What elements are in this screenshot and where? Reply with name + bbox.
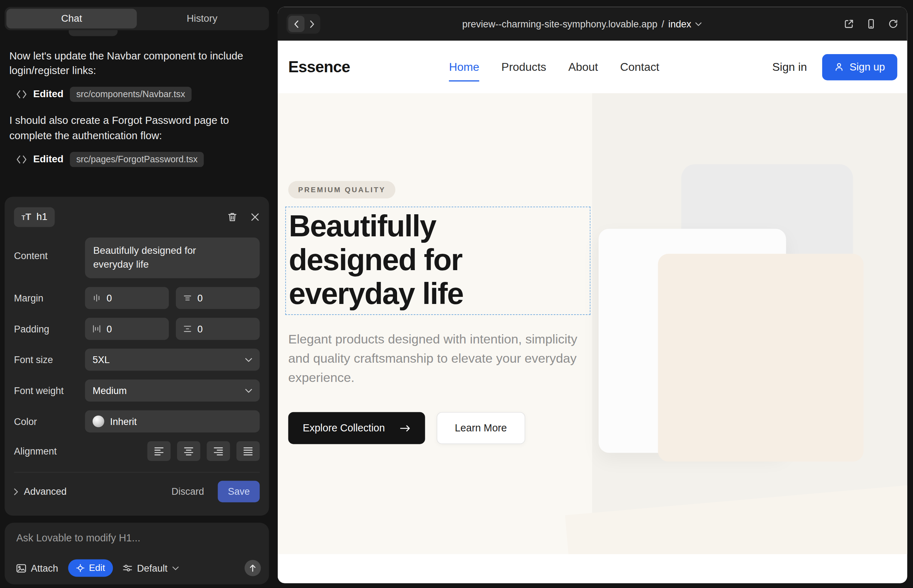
nav-link-contact[interactable]: Contact (620, 60, 659, 74)
chevron-right-icon (306, 20, 318, 27)
margin-vertical-icon (183, 294, 191, 302)
nav-link-products[interactable]: Products (501, 60, 546, 74)
margin-horizontal-icon (92, 294, 101, 302)
chevron-down-icon (245, 388, 252, 392)
chat-history-tabs: Chat History (5, 7, 269, 30)
premium-quality-badge: PREMIUM QUALITY (288, 181, 395, 199)
chrome-actions (843, 18, 898, 29)
nav-auth-actions: Sign in Sign up (772, 54, 897, 80)
align-right-button[interactable] (207, 441, 230, 461)
color-select[interactable]: Inherit (85, 410, 260, 433)
sliders-icon (123, 564, 133, 572)
edit-target-icon (76, 564, 84, 572)
open-external-button[interactable] (843, 18, 854, 29)
learn-more-button[interactable]: Learn More (437, 412, 525, 444)
inspector-footer: Advanced Discard Save (14, 472, 260, 502)
attach-button[interactable]: Attach (16, 562, 58, 573)
selected-element-pill[interactable]: TT h1 (14, 207, 55, 227)
user-icon (834, 62, 843, 71)
composer-toolbar: Attach Edit Default (16, 559, 261, 577)
edited-file-row[interactable]: Edited src/components/Navbar.tsx (16, 87, 274, 102)
explore-collection-button[interactable]: Explore Collection (288, 412, 425, 444)
edited-label: Edited (33, 89, 63, 100)
code-preview-toggle[interactable] (287, 14, 321, 34)
code-icon (16, 90, 27, 99)
chevron-down-icon (172, 566, 178, 570)
align-center-button[interactable] (177, 441, 200, 461)
nav-link-about[interactable]: About (568, 60, 598, 74)
chat-message: I should also create a Forgot Password p… (9, 113, 274, 143)
inspector-actions (227, 212, 260, 222)
chevron-left-icon (288, 16, 304, 32)
hero-headline[interactable]: Beautifully designed for everyday life (286, 207, 490, 310)
send-button[interactable] (244, 560, 261, 576)
discard-button[interactable]: Discard (171, 486, 204, 497)
padding-horizontal-icon (92, 325, 101, 333)
site-navbar: Essence Home Products About Contact Sign… (278, 40, 907, 93)
preview-window: preview--charming-site-symphony.lovable.… (278, 7, 907, 583)
margin-row: Margin 0 0 (14, 287, 260, 309)
chat-message: Now let's update the Navbar component to… (9, 49, 274, 78)
h1-selection-outline[interactable]: Beautifully designed for everyday life (285, 207, 590, 315)
site-preview: Essence Home Products About Contact Sign… (278, 40, 907, 583)
margin-vertical-input[interactable]: 0 (176, 287, 260, 309)
mobile-view-button[interactable] (866, 18, 876, 29)
content-label: Content (14, 237, 85, 261)
sign-up-button[interactable]: Sign up (822, 54, 897, 80)
default-mode-button[interactable]: Default (123, 562, 179, 573)
save-button[interactable]: Save (218, 481, 260, 502)
chat-message-list: Now let's update the Navbar component to… (9, 49, 274, 178)
close-inspector-button[interactable] (250, 213, 260, 222)
margin-horizontal-input[interactable]: 0 (85, 287, 169, 309)
hero-cta-group: Explore Collection Learn More (288, 412, 525, 444)
color-swatch-icon (92, 416, 104, 428)
edit-mode-button[interactable]: Edit (68, 559, 113, 577)
color-label: Color (14, 416, 85, 427)
align-justify-button[interactable] (236, 441, 260, 461)
font-size-row: Font size 5XL (14, 349, 260, 370)
attach-image-icon (16, 564, 26, 573)
composer-input[interactable] (16, 532, 261, 544)
chevron-down-icon (245, 358, 252, 362)
refresh-button[interactable] (888, 18, 898, 29)
edited-file-badge[interactable]: src/pages/ForgotPassword.tsx (70, 152, 204, 167)
browser-chrome: preview--charming-site-symphony.lovable.… (278, 7, 907, 41)
color-row: Color Inherit (14, 410, 260, 433)
url-page-name: index (669, 18, 691, 29)
url-separator: / (662, 18, 664, 29)
edited-label: Edited (33, 153, 63, 165)
edited-file-badge[interactable]: src/components/Navbar.tsx (70, 87, 191, 102)
heading-type-icon: TT (22, 212, 31, 222)
sign-in-link[interactable]: Sign in (772, 60, 807, 74)
align-left-button[interactable] (147, 441, 170, 461)
advanced-toggle[interactable]: Advanced (14, 486, 66, 497)
chat-panel: Chat History Now let's update the Navbar… (0, 0, 277, 588)
padding-vertical-input[interactable]: 0 (176, 318, 260, 340)
padding-row: Padding 0 0 (14, 318, 260, 340)
selected-element-tag: h1 (36, 212, 47, 223)
content-input[interactable]: Beautifully designed for everyday life (85, 237, 260, 278)
site-logo[interactable]: Essence (288, 58, 350, 76)
chevron-down-icon (695, 22, 702, 26)
url-bar[interactable]: preview--charming-site-symphony.lovable.… (320, 18, 843, 29)
edited-file-row[interactable]: Edited src/pages/ForgotPassword.tsx (16, 152, 274, 167)
tab-chat[interactable]: Chat (6, 9, 137, 29)
chat-composer: Attach Edit Default (5, 522, 269, 584)
site-nav-links: Home Products About Contact (449, 60, 659, 74)
alignment-label: Alignment (14, 446, 85, 457)
content-row: Content Beautifully designed for everyda… (14, 237, 260, 278)
font-size-label: Font size (14, 354, 85, 365)
element-inspector: TT h1 Content Beautifully designed for (5, 197, 269, 516)
margin-label: Margin (14, 292, 85, 304)
app-window: Chat History Now let's update the Navbar… (0, 0, 913, 588)
tab-history[interactable]: History (137, 9, 267, 29)
preview-url: preview--charming-site-symphony.lovable.… (462, 18, 657, 29)
alignment-row: Alignment (14, 441, 260, 461)
font-size-select[interactable]: 5XL (85, 349, 260, 370)
padding-horizontal-input[interactable]: 0 (85, 318, 169, 340)
delete-element-button[interactable] (227, 212, 238, 222)
nav-link-home[interactable]: Home (449, 60, 479, 74)
font-weight-select[interactable]: Medium (85, 380, 260, 402)
hero-description: Elegant products designed with intention… (288, 330, 580, 387)
code-icon (16, 155, 27, 163)
